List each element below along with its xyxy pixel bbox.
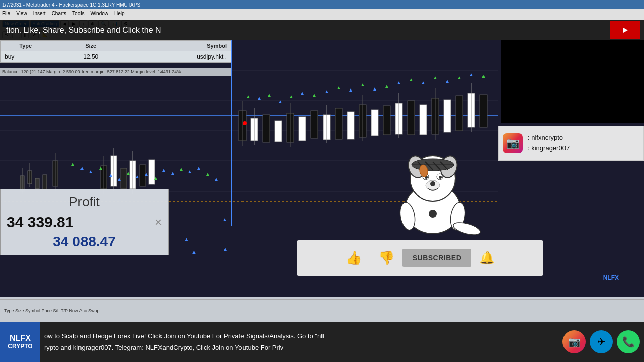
nlfx-logo-top: NLFX xyxy=(10,334,31,343)
svg-text:▲: ▲ xyxy=(267,92,272,98)
menu-item-insert[interactable]: Insert xyxy=(33,11,46,16)
svg-text:▲: ▲ xyxy=(88,169,93,174)
profit-panel: Profit 34 339.81 × 34 088.47 xyxy=(0,189,169,255)
trade-table-header: Type Size Symbol xyxy=(1,41,231,51)
svg-rect-53 xyxy=(480,95,487,127)
youtube-icon xyxy=(618,25,632,35)
cell-symbol: usdjpy.hkt . xyxy=(131,53,231,60)
ticker-text: ow to Scalp and Hedge Forex Live! Click … xyxy=(40,330,562,354)
svg-rect-13 xyxy=(43,175,47,189)
svg-text:▲: ▲ xyxy=(421,80,426,85)
separator-1 xyxy=(370,250,370,265)
svg-rect-38 xyxy=(347,112,354,139)
svg-rect-12 xyxy=(35,178,39,189)
svg-text:▲: ▲ xyxy=(191,249,197,255)
dog-cartoon-svg xyxy=(377,136,488,246)
yt-notification: tion. Like, Share, Subscribe and Click t… xyxy=(0,20,644,40)
dislike-button[interactable]: 👎 xyxy=(378,250,394,266)
profit-secondary-value: 34 088.47 xyxy=(7,234,162,250)
trade-table-row: buy 12.50 usdjpy.hkt . xyxy=(1,51,231,62)
svg-rect-41 xyxy=(371,110,378,136)
svg-text:▲: ▲ xyxy=(257,95,262,101)
profit-main-value: 34 339.81 xyxy=(7,214,73,231)
svg-rect-50 xyxy=(456,96,463,131)
svg-text:▲: ▲ xyxy=(300,90,305,96)
close-button[interactable]: × xyxy=(155,215,162,229)
menu-item-tools[interactable]: Tools xyxy=(72,11,84,16)
svg-rect-30 xyxy=(275,121,282,142)
svg-text:▲: ▲ xyxy=(184,236,189,242)
svg-text:▲: ▲ xyxy=(312,92,317,98)
svg-text:▲: ▲ xyxy=(196,165,201,171)
col-header-symbol: Symbol xyxy=(131,43,231,49)
svg-rect-45 xyxy=(408,101,415,135)
menu-item-charts[interactable]: Charts xyxy=(52,11,66,16)
yt-subscribe-btn[interactable] xyxy=(610,21,640,39)
svg-text:▲: ▲ xyxy=(372,86,377,92)
svg-text:▲: ▲ xyxy=(222,217,227,222)
col-header-size: Size xyxy=(51,43,131,49)
nlfx-logo-bottom: CRYPTO xyxy=(8,343,32,350)
bottom-table-text: Type Size Symbol Price S/L T/P Now Acc S… xyxy=(4,308,99,313)
svg-text:▲: ▲ xyxy=(457,75,462,80)
subscribed-button[interactable]: SUBSCRIBED xyxy=(403,249,472,267)
svg-text:▲: ▲ xyxy=(289,94,294,99)
trade-table: Type Size Symbol buy 12.50 usdjpy.hkt . xyxy=(0,40,231,63)
svg-point-118 xyxy=(452,220,481,237)
instagram-overlay: 📷 : nlfxncrypto : kingrager007 xyxy=(498,126,644,161)
svg-point-119 xyxy=(429,210,437,218)
menu-bar: File View Insert Charts Tools Window Hel… xyxy=(0,9,644,18)
title-bar: 1/7/2031 - Metatrader 4 - Hackerspace 1C… xyxy=(0,0,644,9)
bell-button[interactable]: 🔔 xyxy=(479,251,495,265)
svg-text:▲: ▲ xyxy=(433,75,438,80)
svg-rect-29 xyxy=(263,115,270,142)
instagram-line1: : nlfxncrypto xyxy=(528,133,570,143)
svg-text:▲: ▲ xyxy=(126,170,131,176)
dog-cartoon xyxy=(377,136,488,246)
svg-text:▲: ▲ xyxy=(144,171,149,177)
profit-title: Profit xyxy=(7,194,162,210)
svg-text:▲: ▲ xyxy=(179,166,184,172)
cell-type: buy xyxy=(1,53,51,60)
svg-text:▲: ▲ xyxy=(161,167,166,173)
svg-text:▲: ▲ xyxy=(396,80,401,85)
social-icons-bottom: 📷 ✈ 📞 xyxy=(562,330,644,353)
svg-point-93 xyxy=(243,121,247,125)
menu-item-help[interactable]: Help xyxy=(114,11,125,16)
svg-text:▲: ▲ xyxy=(135,174,140,179)
svg-text:▲: ▲ xyxy=(278,99,283,104)
menu-item-file[interactable]: File xyxy=(2,11,10,16)
svg-point-114 xyxy=(430,181,435,186)
svg-text:▲: ▲ xyxy=(214,176,219,182)
cell-size: 12.50 xyxy=(51,53,131,60)
svg-text:▲: ▲ xyxy=(153,175,158,181)
instagram-icon: 📷 xyxy=(503,133,523,153)
bottom-bar: NLFX CRYPTO ow to Scalp and Hedge Forex … xyxy=(0,322,644,362)
svg-text:▲: ▲ xyxy=(187,169,192,174)
svg-text:▲: ▲ xyxy=(70,161,75,167)
ticker-line-1: ow to Scalp and Hedge Forex Live! Click … xyxy=(44,330,558,342)
svg-text:▲: ▲ xyxy=(117,176,122,182)
nlfx-chart-label: NLFX xyxy=(603,274,619,281)
yt-notification-text: tion. Like, Share, Subscribe and Click t… xyxy=(0,26,610,35)
svg-text:▲: ▲ xyxy=(348,87,353,93)
svg-rect-46 xyxy=(420,105,427,135)
svg-text:▲: ▲ xyxy=(481,73,486,79)
svg-rect-34 xyxy=(311,111,318,138)
telegram-bottom-button[interactable]: ✈ xyxy=(590,330,613,353)
menu-item-view[interactable]: View xyxy=(16,11,27,16)
svg-text:▲: ▲ xyxy=(98,165,103,171)
menu-item-window[interactable]: Window xyxy=(90,11,108,16)
social-buttons-bar: 👍 👎 SUBSCRIBED 🔔 xyxy=(297,240,543,276)
svg-text:▲: ▲ xyxy=(222,246,228,253)
like-button[interactable]: 👍 xyxy=(346,250,362,266)
instagram-bottom-button[interactable]: 📷 xyxy=(562,330,586,353)
instagram-line2: : kingrager007 xyxy=(528,143,570,154)
svg-text:▲: ▲ xyxy=(324,88,329,94)
whatsapp-bottom-button[interactable]: 📞 xyxy=(617,330,640,353)
profit-value-row: 34 339.81 × xyxy=(7,214,162,231)
svg-rect-42 xyxy=(383,106,390,135)
svg-text:▲: ▲ xyxy=(170,170,175,176)
yt-video-overlay xyxy=(501,40,644,123)
ticker-line-2: rypto and kingrager007. Telegram: NLFXan… xyxy=(44,342,558,353)
